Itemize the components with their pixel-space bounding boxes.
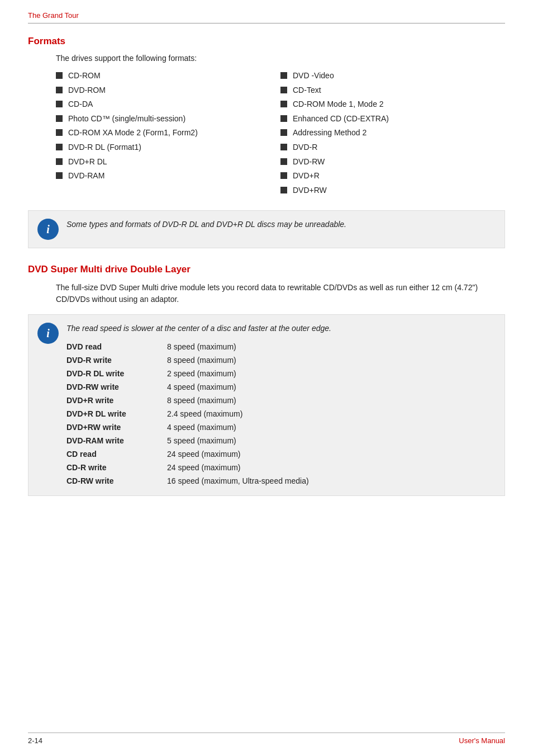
format-label: DVD-ROM (68, 85, 106, 96)
speed-label: DVD-RW write (66, 380, 167, 394)
formats-intro: The drives support the following formats… (56, 54, 505, 63)
bullet-icon (280, 187, 287, 193)
speed-value: 2 speed (maximum) (167, 367, 331, 380)
footer-manual-label: User's Manual (459, 736, 505, 745)
formats-title: Formats (28, 36, 505, 47)
format-item: DVD-ROM (56, 85, 280, 96)
speed-value: 8 speed (maximum) (167, 353, 331, 367)
speed-info-box: i The read speed is slower at the center… (28, 314, 505, 496)
speed-label: DVD-R DL write (66, 367, 167, 380)
speed-label: DVD+RW write (66, 420, 167, 434)
breadcrumb: The Grand Tour (28, 11, 505, 20)
bullet-icon (280, 87, 287, 93)
bullet-icon (56, 115, 63, 122)
speed-value: 4 speed (maximum) (167, 380, 331, 394)
format-label: DVD-R DL (Format1) (68, 142, 141, 153)
formats-info-box: i Some types and formats of DVD-R DL and… (28, 210, 505, 248)
info-icon: i (37, 219, 59, 240)
bullet-icon (280, 101, 287, 107)
bullet-icon (280, 172, 287, 179)
format-label: DVD+RW (293, 185, 327, 196)
format-item: CD-ROM XA Mode 2 (Form1, Form2) (56, 127, 280, 139)
speed-note: The read speed is slower at the center o… (66, 323, 331, 334)
speed-value: 24 speed (maximum) (167, 461, 331, 474)
format-item: DVD+R DL (56, 157, 280, 168)
speed-value: 8 speed (maximum) (167, 340, 331, 353)
formats-left-col: CD-ROMDVD-ROMCD-DAPhoto CD™ (single/mult… (56, 70, 280, 199)
format-label: Addressing Method 2 (293, 127, 367, 139)
format-item: DVD-RAM (56, 171, 280, 182)
speed-row: DVD+R write8 speed (maximum) (66, 394, 331, 407)
formats-list: CD-ROMDVD-ROMCD-DAPhoto CD™ (single/mult… (56, 70, 505, 199)
format-label: CD-DA (68, 99, 93, 110)
speed-row: DVD-R write8 speed (maximum) (66, 353, 331, 367)
format-label: CD-ROM XA Mode 2 (Form1, Form2) (68, 127, 198, 139)
speed-table: DVD read8 speed (maximum)DVD-R write8 sp… (66, 340, 331, 488)
speed-info-content: The read speed is slower at the center o… (66, 323, 331, 488)
format-label: DVD-R (293, 142, 317, 153)
speed-label: CD read (66, 447, 167, 461)
speed-row: CD-R write24 speed (maximum) (66, 461, 331, 474)
speed-value: 4 speed (maximum) (167, 420, 331, 434)
speed-row: CD read24 speed (maximum) (66, 447, 331, 461)
format-item: DVD+R (280, 171, 505, 182)
speed-info-icon: i (37, 323, 59, 344)
speed-value: 24 speed (maximum) (167, 447, 331, 461)
speed-label: DVD+R write (66, 394, 167, 407)
format-label: CD-ROM Mode 1, Mode 2 (293, 99, 384, 110)
bullet-icon (56, 87, 63, 93)
format-item: DVD -Video (280, 70, 505, 82)
info-icon-circle: i (37, 219, 59, 240)
speed-label: DVD read (66, 340, 167, 353)
format-item: DVD-R (280, 142, 505, 153)
page: The Grand Tour Formats The drives suppor… (0, 0, 533, 756)
bullet-icon (56, 101, 63, 107)
speed-row: DVD-R DL write2 speed (maximum) (66, 367, 331, 380)
bullet-icon (280, 72, 287, 79)
footer: 2-14 User's Manual (28, 733, 505, 745)
speed-row: DVD+RW write4 speed (maximum) (66, 420, 331, 434)
format-item: DVD-R DL (Format1) (56, 142, 280, 153)
dvd-intro: The full-size DVD Super Multi drive modu… (56, 282, 505, 305)
bullet-icon (56, 72, 63, 79)
speed-row: CD-RW write16 speed (maximum, Ultra-spee… (66, 474, 331, 488)
format-item: CD-ROM Mode 1, Mode 2 (280, 99, 505, 110)
bullet-icon (56, 172, 63, 179)
bullet-icon (56, 158, 63, 165)
formats-note: Some types and formats of DVD-R DL and D… (66, 219, 346, 230)
speed-label: DVD-RAM write (66, 434, 167, 447)
bullet-icon (280, 115, 287, 122)
speed-value: 2.4 speed (maximum) (167, 407, 331, 420)
format-item: Enhanced CD (CD-EXTRA) (280, 114, 505, 125)
speed-row: DVD read8 speed (maximum) (66, 340, 331, 353)
speed-value: 8 speed (maximum) (167, 394, 331, 407)
speed-row: DVD-RW write4 speed (maximum) (66, 380, 331, 394)
speed-label: DVD-R write (66, 353, 167, 367)
format-label: DVD+R (293, 171, 320, 182)
format-label: CD-ROM (68, 70, 101, 82)
bullet-icon (280, 158, 287, 165)
top-divider (28, 23, 505, 23)
speed-label: DVD+R DL write (66, 407, 167, 420)
format-label: Enhanced CD (CD-EXTRA) (293, 114, 389, 125)
format-label: CD-Text (293, 85, 321, 96)
speed-label: CD-R write (66, 461, 167, 474)
format-label: Photo CD™ (single/multi-session) (68, 114, 185, 125)
format-item: Photo CD™ (single/multi-session) (56, 114, 280, 125)
bullet-icon (280, 144, 287, 150)
format-label: DVD+R DL (68, 157, 107, 168)
format-label: DVD-RAM (68, 171, 104, 182)
dvd-section: DVD Super Multi drive Double Layer The f… (28, 264, 505, 496)
format-item: DVD-RW (280, 157, 505, 168)
format-label: DVD-RW (293, 157, 325, 168)
format-label: DVD -Video (293, 70, 334, 82)
speed-label: CD-RW write (66, 474, 167, 488)
speed-value: 5 speed (maximum) (167, 434, 331, 447)
bullet-icon (56, 144, 63, 150)
bullet-icon (280, 129, 287, 136)
speed-row: DVD+R DL write2.4 speed (maximum) (66, 407, 331, 420)
speed-row: DVD-RAM write5 speed (maximum) (66, 434, 331, 447)
speed-info-icon-circle: i (37, 323, 59, 344)
formats-right-col: DVD -VideoCD-TextCD-ROM Mode 1, Mode 2En… (280, 70, 505, 199)
format-item: CD-DA (56, 99, 280, 110)
